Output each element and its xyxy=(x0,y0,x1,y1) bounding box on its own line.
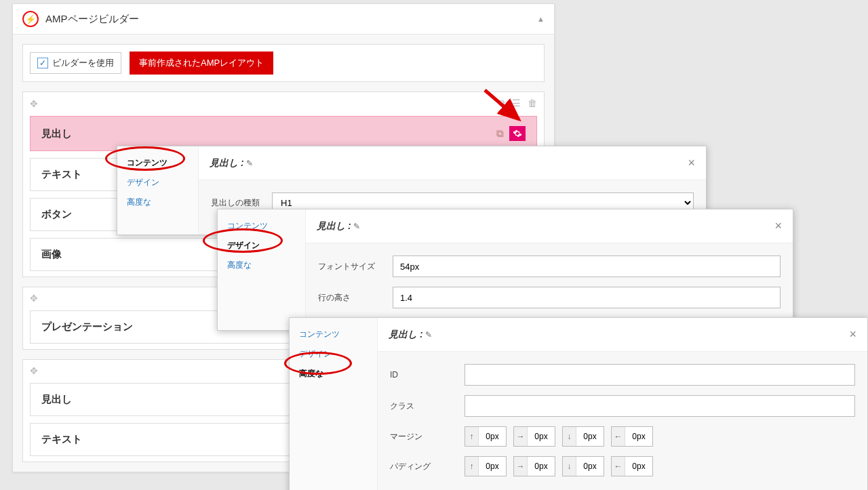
collapse-icon[interactable]: ▲ xyxy=(537,15,545,23)
module-image-label: 画像 xyxy=(41,248,62,260)
padding-right-input[interactable] xyxy=(528,457,555,476)
padding-top[interactable]: ↑ xyxy=(465,456,507,476)
heading-type-label: 見出しの種類 xyxy=(211,197,272,209)
arrow-left-icon: ← xyxy=(612,427,625,446)
close-icon[interactable]: × xyxy=(688,156,695,170)
margin-bottom-input[interactable] xyxy=(576,427,604,446)
padding-top-input[interactable] xyxy=(479,457,506,476)
nav-advanced[interactable]: 高度な xyxy=(218,256,305,275)
lineheight-input[interactable] xyxy=(393,287,781,308)
settings-dialog-advanced: コンテンツ デザイン 高度な 見出し : ✎ × ID クラス マージン ↑ → xyxy=(289,317,868,490)
arrow-left-icon: ← xyxy=(612,457,625,476)
nav-advanced[interactable]: 高度な xyxy=(117,192,198,212)
margin-bottom[interactable]: ↓ xyxy=(562,426,604,447)
margin-top[interactable]: ↑ xyxy=(465,426,507,447)
class-input[interactable] xyxy=(465,395,855,417)
arrow-right-icon: → xyxy=(514,427,528,446)
padding-left[interactable]: ← xyxy=(611,456,653,476)
arrow-down-icon: ↓ xyxy=(563,457,576,476)
builder-header: ⚡ AMPページビルダー ▲ xyxy=(13,4,554,35)
close-icon[interactable]: × xyxy=(849,327,856,342)
margin-right-input[interactable] xyxy=(528,427,555,446)
module-heading2-label: 見出し xyxy=(41,393,72,405)
id-input[interactable] xyxy=(465,364,855,386)
premade-layout-button[interactable]: 事前作成されたAMPレイアウト xyxy=(130,52,273,75)
margin-left-input[interactable] xyxy=(625,427,652,446)
pencil-icon[interactable]: ✎ xyxy=(425,330,432,340)
fontsize-label: フォントサイズ xyxy=(318,261,393,272)
dialog-nav: コンテンツ デザイン 高度な xyxy=(117,146,199,234)
margin-group: ↑ → ↓ ← xyxy=(465,426,653,447)
use-builder-checkbox[interactable]: ✓ ビルダーを使用 xyxy=(30,52,121,74)
dialog-nav: コンテンツ デザイン 高度な xyxy=(290,318,378,490)
arrow-up-icon: ↑ xyxy=(465,427,479,446)
nav-design[interactable]: デザイン xyxy=(117,173,198,192)
gear-button[interactable] xyxy=(509,126,526,141)
dialog-title: 見出し : xyxy=(389,329,423,341)
builder-toolbar: ✓ ビルダーを使用 事前作成されたAMPレイアウト xyxy=(22,44,545,82)
nav-content[interactable]: コンテンツ xyxy=(117,153,198,173)
nav-design[interactable]: デザイン xyxy=(218,236,305,256)
drag-icon[interactable]: ✥ xyxy=(30,98,38,109)
gear-icon xyxy=(513,129,522,138)
nav-design[interactable]: デザイン xyxy=(290,344,377,364)
padding-right[interactable]: → xyxy=(513,456,555,476)
nav-advanced[interactable]: 高度な xyxy=(290,364,377,384)
fontsize-input[interactable] xyxy=(393,256,781,277)
builder-title: AMPページビルダー xyxy=(45,13,530,26)
padding-left-input[interactable] xyxy=(625,457,652,476)
copy-icon[interactable]: ⧉ xyxy=(496,127,504,140)
arrow-down-icon: ↓ xyxy=(563,427,576,446)
trash-icon[interactable]: 🗑 xyxy=(528,98,537,109)
padding-group: ↑ → ↓ ← xyxy=(465,456,653,476)
margin-left[interactable]: ← xyxy=(611,426,653,447)
dialog-body: 見出し : ✎ × フォントサイズ 行の高さ xyxy=(306,209,793,330)
arrow-up-icon: ↑ xyxy=(465,457,479,476)
use-builder-label: ビルダーを使用 xyxy=(52,57,114,69)
dialog-body: 見出し : ✎ × ID クラス マージン ↑ → ↓ ← xyxy=(378,318,867,490)
copy-icon[interactable]: ⧉ xyxy=(498,98,505,109)
module-text2-label: テキスト xyxy=(41,433,82,445)
id-label: ID xyxy=(390,370,465,380)
arrow-right-icon: → xyxy=(514,457,528,476)
nav-content[interactable]: コンテンツ xyxy=(218,216,305,236)
settings-dialog-design: コンテンツ デザイン 高度な 見出し : ✎ × フォントサイズ 行の高さ xyxy=(217,209,793,331)
bolt-icon: ⚡ xyxy=(22,11,39,27)
section-toolbar: ✥ ⧉ ☰ 🗑 xyxy=(30,98,537,109)
margin-label: マージン xyxy=(390,431,465,443)
module-button-label: ボタン xyxy=(41,208,72,220)
drag-icon[interactable]: ✥ xyxy=(30,293,38,304)
nav-content[interactable]: コンテンツ xyxy=(290,325,377,344)
close-icon[interactable]: × xyxy=(774,219,782,233)
module-heading-label: 見出し xyxy=(41,127,72,140)
pencil-icon[interactable]: ✎ xyxy=(246,159,253,168)
dialog-title: 見出し : xyxy=(317,220,351,232)
padding-label: パディング xyxy=(390,461,465,472)
lineheight-label: 行の高さ xyxy=(318,292,393,304)
drag-icon[interactable]: ✥ xyxy=(30,365,38,376)
padding-bottom-input[interactable] xyxy=(576,457,604,476)
menu-icon[interactable]: ☰ xyxy=(512,98,521,109)
module-text-label: テキスト xyxy=(41,168,82,180)
pencil-icon[interactable]: ✎ xyxy=(353,222,360,231)
dialog-nav: コンテンツ デザイン 高度な xyxy=(218,209,306,330)
module-presentation-label: プレゼンテーション xyxy=(41,321,133,332)
margin-top-input[interactable] xyxy=(479,427,506,446)
margin-right[interactable]: → xyxy=(513,426,555,447)
checkbox-icon: ✓ xyxy=(37,58,48,68)
class-label: クラス xyxy=(390,401,465,412)
padding-bottom[interactable]: ↓ xyxy=(562,456,604,476)
dialog-title: 見出し : xyxy=(210,157,244,169)
